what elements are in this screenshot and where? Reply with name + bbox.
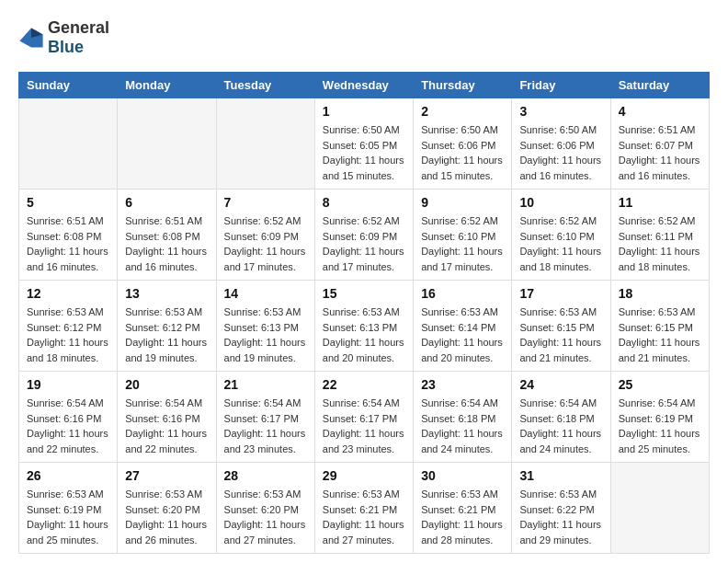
sunrise-text: Sunrise: 6:54 AM: [619, 396, 701, 411]
daylight-text: Daylight: 11 hours and 20 minutes.: [323, 335, 405, 365]
day-info: Sunrise: 6:52 AMSunset: 6:09 PMDaylight:…: [224, 213, 307, 274]
logo-icon: [18, 25, 44, 51]
sunrise-text: Sunrise: 6:53 AM: [125, 487, 208, 502]
sunset-text: Sunset: 6:19 PM: [27, 502, 109, 518]
day-info: Sunrise: 6:52 AMSunset: 6:10 PMDaylight:…: [421, 213, 504, 274]
day-number: 18: [619, 286, 701, 301]
daylight-text: Daylight: 11 hours and 24 minutes.: [519, 426, 602, 456]
calendar-cell-2-1: 5Sunrise: 6:51 AMSunset: 6:08 PMDaylight…: [19, 190, 118, 281]
sunset-text: Sunset: 6:18 PM: [421, 411, 504, 427]
day-info: Sunrise: 6:54 AMSunset: 6:16 PMDaylight:…: [27, 396, 109, 456]
day-info: Sunrise: 6:50 AMSunset: 6:05 PMDaylight:…: [323, 122, 405, 183]
day-number: 1: [323, 104, 405, 119]
weekday-header-tuesday: Tuesday: [216, 73, 314, 98]
day-number: 3: [519, 104, 602, 119]
day-info: Sunrise: 6:53 AMSunset: 6:20 PMDaylight:…: [224, 487, 307, 547]
day-number: 23: [421, 377, 504, 392]
sunrise-text: Sunrise: 6:51 AM: [125, 213, 208, 229]
calendar-cell-3-7: 18Sunrise: 6:53 AMSunset: 6:15 PMDayligh…: [610, 281, 709, 372]
sunset-text: Sunset: 6:20 PM: [224, 502, 307, 518]
sunrise-text: Sunrise: 6:53 AM: [27, 487, 109, 502]
sunrise-text: Sunrise: 6:53 AM: [224, 487, 307, 502]
day-info: Sunrise: 6:50 AMSunset: 6:06 PMDaylight:…: [519, 122, 602, 183]
sunrise-text: Sunrise: 6:50 AM: [323, 122, 405, 138]
calendar-cell-1-3: [216, 98, 314, 190]
day-info: Sunrise: 6:51 AMSunset: 6:08 PMDaylight:…: [27, 213, 109, 274]
week-row-1: 1Sunrise: 6:50 AMSunset: 6:05 PMDaylight…: [19, 98, 710, 190]
daylight-text: Daylight: 11 hours and 19 minutes.: [224, 335, 307, 365]
daylight-text: Daylight: 11 hours and 17 minutes.: [224, 244, 307, 274]
day-number: 14: [224, 286, 307, 301]
day-number: 31: [519, 468, 602, 483]
calendar-cell-1-2: [118, 98, 216, 190]
day-info: Sunrise: 6:53 AMSunset: 6:12 PMDaylight:…: [27, 304, 109, 365]
day-number: 15: [323, 286, 405, 301]
sunrise-text: Sunrise: 6:54 AM: [224, 396, 307, 411]
sunset-text: Sunset: 6:16 PM: [125, 411, 208, 427]
sunset-text: Sunset: 6:21 PM: [421, 502, 504, 518]
daylight-text: Daylight: 11 hours and 22 minutes.: [125, 426, 208, 456]
sunrise-text: Sunrise: 6:51 AM: [619, 122, 701, 138]
day-number: 29: [323, 468, 405, 483]
sunset-text: Sunset: 6:06 PM: [421, 138, 504, 154]
day-info: Sunrise: 6:52 AMSunset: 6:11 PMDaylight:…: [619, 213, 701, 274]
sunset-text: Sunset: 6:08 PM: [27, 229, 109, 245]
day-number: 16: [421, 286, 504, 301]
day-info: Sunrise: 6:53 AMSunset: 6:14 PMDaylight:…: [421, 304, 504, 365]
calendar-cell-1-1: [19, 98, 118, 190]
day-number: 17: [519, 286, 602, 301]
sunset-text: Sunset: 6:10 PM: [421, 229, 504, 245]
day-info: Sunrise: 6:54 AMSunset: 6:18 PMDaylight:…: [421, 396, 504, 456]
day-info: Sunrise: 6:50 AMSunset: 6:06 PMDaylight:…: [421, 122, 504, 183]
sunset-text: Sunset: 6:07 PM: [619, 138, 701, 154]
calendar-cell-4-4: 22Sunrise: 6:54 AMSunset: 6:17 PMDayligh…: [314, 372, 413, 463]
weekday-header-wednesday: Wednesday: [314, 73, 413, 98]
daylight-text: Daylight: 11 hours and 29 minutes.: [519, 517, 602, 547]
day-number: 12: [27, 286, 109, 301]
sunrise-text: Sunrise: 6:50 AM: [519, 122, 602, 138]
calendar-cell-2-3: 7Sunrise: 6:52 AMSunset: 6:09 PMDaylight…: [216, 190, 314, 281]
daylight-text: Daylight: 11 hours and 16 minutes.: [519, 153, 602, 183]
sunset-text: Sunset: 6:10 PM: [519, 229, 602, 245]
weekday-header-row: SundayMondayTuesdayWednesdayThursdayFrid…: [19, 73, 710, 98]
sunrise-text: Sunrise: 6:53 AM: [224, 304, 307, 320]
daylight-text: Daylight: 11 hours and 16 minutes.: [125, 244, 208, 274]
calendar: SundayMondayTuesdayWednesdayThursdayFrid…: [18, 72, 710, 554]
calendar-cell-5-5: 30Sunrise: 6:53 AMSunset: 6:21 PMDayligh…: [414, 463, 512, 554]
week-row-4: 19Sunrise: 6:54 AMSunset: 6:16 PMDayligh…: [19, 372, 710, 463]
calendar-cell-2-5: 9Sunrise: 6:52 AMSunset: 6:10 PMDaylight…: [414, 190, 512, 281]
sunset-text: Sunset: 6:19 PM: [619, 411, 701, 427]
calendar-cell-4-1: 19Sunrise: 6:54 AMSunset: 6:16 PMDayligh…: [19, 372, 118, 463]
page-header: General Blue: [18, 18, 710, 57]
daylight-text: Daylight: 11 hours and 16 minutes.: [27, 244, 109, 274]
day-info: Sunrise: 6:53 AMSunset: 6:21 PMDaylight:…: [323, 487, 405, 547]
daylight-text: Daylight: 11 hours and 25 minutes.: [27, 517, 109, 547]
sunrise-text: Sunrise: 6:53 AM: [323, 304, 405, 320]
week-row-5: 26Sunrise: 6:53 AMSunset: 6:19 PMDayligh…: [19, 463, 710, 554]
sunset-text: Sunset: 6:06 PM: [519, 138, 602, 154]
sunset-text: Sunset: 6:09 PM: [224, 229, 307, 245]
calendar-cell-5-1: 26Sunrise: 6:53 AMSunset: 6:19 PMDayligh…: [19, 463, 118, 554]
sunrise-text: Sunrise: 6:54 AM: [519, 396, 602, 411]
day-info: Sunrise: 6:51 AMSunset: 6:07 PMDaylight:…: [619, 122, 701, 183]
sunset-text: Sunset: 6:11 PM: [619, 229, 701, 245]
calendar-cell-4-3: 21Sunrise: 6:54 AMSunset: 6:17 PMDayligh…: [216, 372, 314, 463]
calendar-cell-4-6: 24Sunrise: 6:54 AMSunset: 6:18 PMDayligh…: [512, 372, 610, 463]
day-number: 8: [323, 195, 405, 210]
sunset-text: Sunset: 6:15 PM: [619, 320, 701, 336]
daylight-text: Daylight: 11 hours and 25 minutes.: [619, 426, 701, 456]
calendar-cell-5-4: 29Sunrise: 6:53 AMSunset: 6:21 PMDayligh…: [314, 463, 413, 554]
sunrise-text: Sunrise: 6:52 AM: [224, 213, 307, 229]
calendar-cell-5-6: 31Sunrise: 6:53 AMSunset: 6:22 PMDayligh…: [512, 463, 610, 554]
calendar-cell-2-4: 8Sunrise: 6:52 AMSunset: 6:09 PMDaylight…: [314, 190, 413, 281]
sunset-text: Sunset: 6:17 PM: [224, 411, 307, 427]
sunrise-text: Sunrise: 6:53 AM: [519, 487, 602, 502]
daylight-text: Daylight: 11 hours and 18 minutes.: [27, 335, 109, 365]
sunrise-text: Sunrise: 6:53 AM: [619, 304, 701, 320]
week-row-3: 12Sunrise: 6:53 AMSunset: 6:12 PMDayligh…: [19, 281, 710, 372]
logo-blue: Blue: [48, 38, 84, 56]
calendar-cell-5-3: 28Sunrise: 6:53 AMSunset: 6:20 PMDayligh…: [216, 463, 314, 554]
daylight-text: Daylight: 11 hours and 21 minutes.: [519, 335, 602, 365]
calendar-cell-1-4: 1Sunrise: 6:50 AMSunset: 6:05 PMDaylight…: [314, 98, 413, 190]
daylight-text: Daylight: 11 hours and 27 minutes.: [224, 517, 307, 547]
